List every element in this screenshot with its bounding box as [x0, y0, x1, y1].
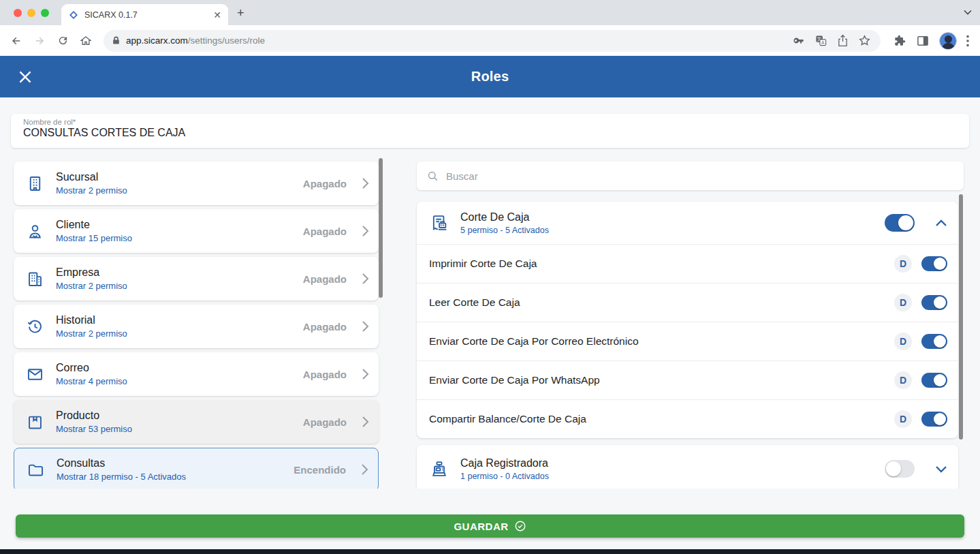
category-permission-link[interactable]: Mostrar 15 permiso	[56, 233, 292, 243]
permission-row: Enviar Corte De Caja Por WhatsApp D	[417, 360, 958, 399]
chevron-right-icon	[361, 463, 368, 476]
permission-label: Compartir Balance/Corte De Caja	[429, 413, 894, 425]
chevron-right-icon	[362, 320, 369, 333]
category-state: Apagado	[303, 321, 347, 333]
extensions-puzzle-icon[interactable]	[893, 34, 906, 48]
sidebar-item-cliente[interactable]: Cliente Mostrar 15 permiso Apagado	[14, 209, 379, 253]
sidebar-item-producto[interactable]: Producto Mostrar 53 permiso Apagado	[14, 400, 379, 444]
permission-toggle[interactable]	[921, 295, 947, 310]
permission-scope-badge[interactable]: D	[894, 410, 912, 428]
role-name-field[interactable]: Nombre de rol*	[11, 114, 969, 148]
cash-register-icon	[429, 459, 449, 478]
permissions-panel: Corte De Caja 5 permiso - 5 Activados Im…	[417, 158, 964, 489]
category-permission-link[interactable]: Mostrar 2 permiso	[56, 281, 292, 291]
category-title: Historial	[56, 314, 292, 326]
tab-close-icon[interactable]: ✕	[213, 10, 221, 20]
browser-toolbar: app.sicarx.com/settings/users/role 文A	[0, 25, 980, 56]
category-permission-link[interactable]: Mostrar 18 permiso - 5 Activados	[57, 472, 283, 482]
permission-row: Enviar Corte De Caja Por Correo Electrón…	[417, 322, 958, 360]
window-zoom-button[interactable]	[41, 9, 49, 17]
new-tab-button[interactable]: +	[237, 7, 244, 19]
chevron-right-icon	[362, 368, 369, 380]
permission-group-corte-de-caja: Corte De Caja 5 permiso - 5 Activados Im…	[417, 202, 958, 438]
browser-tab[interactable]: SICARX 0.1.7 ✕	[61, 4, 228, 25]
person-icon	[25, 222, 45, 241]
home-icon[interactable]	[76, 31, 95, 50]
permission-scope-badge[interactable]: D	[894, 333, 912, 350]
category-state: Apagado	[303, 178, 347, 189]
chevron-up-icon[interactable]	[935, 219, 947, 227]
permission-row: Leer Corte De Caja D	[417, 283, 958, 322]
permission-toggle[interactable]	[921, 256, 947, 271]
permission-label: Enviar Corte De Caja Por WhatsApp	[429, 374, 894, 386]
category-permission-link[interactable]: Mostrar 2 permiso	[56, 185, 292, 196]
category-title: Consultas	[57, 457, 283, 470]
category-state: Apagado	[303, 369, 347, 380]
receipt-register-icon	[429, 213, 449, 232]
url-bar[interactable]: app.sicarx.com/settings/users/role 文A	[104, 30, 881, 52]
permission-toggle[interactable]	[921, 373, 947, 388]
permission-toggle[interactable]	[921, 412, 947, 427]
key-icon[interactable]	[792, 34, 805, 47]
menu-kebab-icon[interactable]	[966, 35, 969, 47]
back-icon[interactable]	[7, 31, 26, 50]
permission-label: Leer Corte De Caja	[429, 296, 894, 309]
close-icon[interactable]	[16, 68, 34, 86]
left-scrollbar[interactable]	[379, 158, 383, 298]
permission-toggle[interactable]	[921, 334, 947, 349]
url-text: app.sicarx.com/settings/users/role	[126, 35, 787, 46]
reload-icon[interactable]	[53, 31, 72, 50]
permission-label: Enviar Corte De Caja Por Correo Electrón…	[429, 335, 894, 348]
sidebar-item-correo[interactable]: Correo Mostrar 4 permiso Apagado	[14, 352, 379, 396]
favicon-diamond-icon	[68, 10, 79, 20]
profile-avatar[interactable]	[939, 32, 957, 50]
company-building-icon	[25, 270, 45, 288]
share-icon[interactable]	[837, 34, 849, 47]
check-circle-icon	[514, 520, 526, 532]
chevron-right-icon	[362, 225, 369, 237]
sidebar-item-empresa[interactable]: Empresa Mostrar 2 permiso Apagado	[14, 257, 379, 301]
tab-search-chevron-icon[interactable]	[964, 10, 972, 15]
permission-group-caja-registradora[interactable]: Caja Registradora 1 permiso - 0 Activado…	[417, 445, 958, 489]
roles-header: Roles	[0, 56, 980, 97]
group-toggle[interactable]	[885, 214, 915, 232]
window-close-button[interactable]	[14, 9, 22, 17]
chevron-down-icon[interactable]	[935, 465, 947, 473]
permission-scope-badge[interactable]: D	[894, 294, 912, 311]
category-permission-link[interactable]: Mostrar 2 permiso	[56, 328, 292, 339]
sidebar-item-historial[interactable]: Historial Mostrar 2 permiso Apagado	[14, 305, 379, 348]
group-subtitle: 1 permiso - 0 Activados	[460, 472, 874, 481]
group-toggle[interactable]	[885, 460, 915, 478]
right-scrollbar[interactable]	[959, 194, 963, 440]
save-button[interactable]: GUARDAR	[16, 514, 964, 538]
side-panel-icon[interactable]	[916, 34, 930, 48]
star-icon[interactable]	[858, 34, 871, 47]
permission-scope-badge[interactable]: D	[894, 255, 912, 273]
search-input[interactable]	[446, 170, 954, 182]
permission-scope-badge[interactable]: D	[894, 371, 912, 389]
sidebar-item-consultas[interactable]: Consultas Mostrar 18 permiso - 5 Activad…	[14, 448, 379, 489]
group-title: Corte De Caja	[460, 211, 874, 224]
browser-tab-strip: SICARX 0.1.7 ✕ +	[0, 0, 980, 25]
folder-icon	[25, 461, 46, 479]
category-permission-link[interactable]: Mostrar 53 permiso	[56, 424, 292, 434]
history-clock-icon	[25, 318, 45, 336]
category-state: Apagado	[303, 226, 347, 237]
chevron-right-icon	[362, 416, 369, 428]
search-box[interactable]	[417, 161, 964, 190]
search-icon	[426, 170, 439, 183]
lock-icon[interactable]	[112, 35, 121, 46]
chevron-right-icon	[362, 273, 369, 285]
group-header[interactable]: Corte De Caja 5 permiso - 5 Activados	[417, 202, 958, 244]
svg-text:A: A	[821, 40, 825, 45]
group-subtitle: 5 permiso - 5 Activados	[460, 226, 874, 235]
category-permission-link[interactable]: Mostrar 4 permiso	[56, 376, 292, 386]
sidebar-item-sucursal[interactable]: Sucursal Mostrar 2 permiso Apagado	[14, 161, 379, 205]
role-name-input[interactable]	[23, 126, 957, 139]
permission-label: Imprimir Corte De Caja	[429, 258, 894, 270]
chevron-right-icon	[362, 177, 369, 189]
translate-icon[interactable]: 文A	[815, 34, 827, 47]
main-content: Nombre de rol* Sucursal Mostrar 2 permis…	[0, 97, 980, 554]
window-minimize-button[interactable]	[27, 9, 35, 17]
forward-icon	[30, 31, 49, 50]
